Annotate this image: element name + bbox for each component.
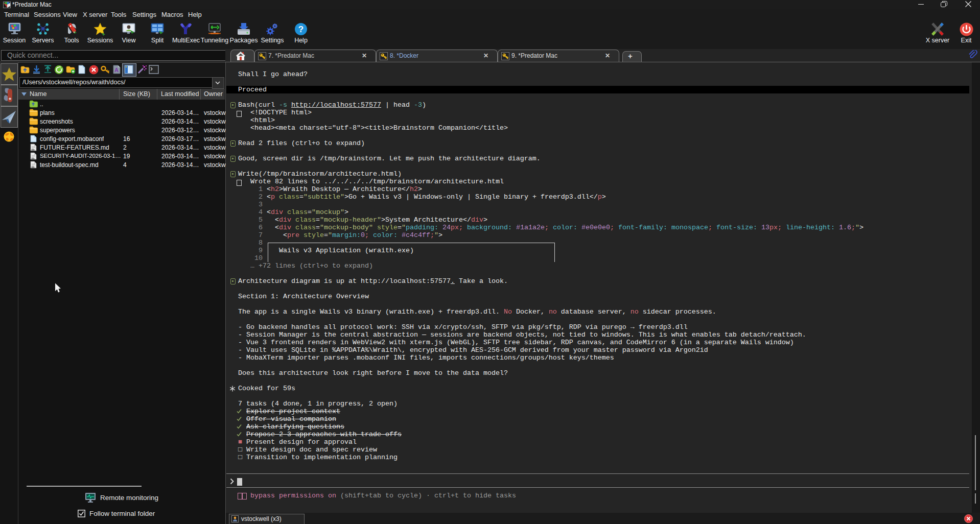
svg-text:A: A <box>114 67 119 73</box>
svg-text:?: ? <box>298 25 304 34</box>
